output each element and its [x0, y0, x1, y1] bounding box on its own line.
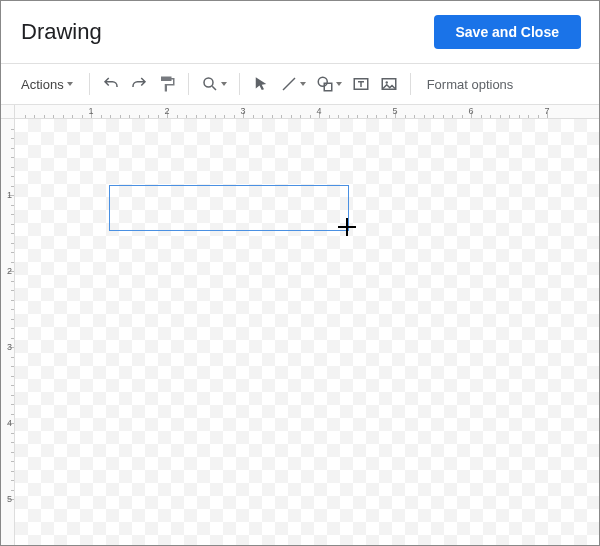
paint-format-button[interactable]: [154, 71, 180, 97]
ruler-label: 7: [544, 106, 549, 116]
zoom-icon: [201, 75, 219, 93]
separator: [239, 73, 240, 95]
redo-icon: [130, 75, 148, 93]
drawing-canvas[interactable]: [15, 119, 599, 545]
dialog-title: Drawing: [21, 19, 102, 45]
actions-label: Actions: [21, 77, 64, 92]
drawing-dialog: Drawing Save and Close Actions: [0, 0, 600, 546]
undo-button[interactable]: [98, 71, 124, 97]
ruler-label: 2: [7, 266, 12, 276]
chevron-down-icon: [300, 82, 306, 86]
chevron-down-icon: [221, 82, 227, 86]
chevron-down-icon: [336, 82, 342, 86]
image-tool-button[interactable]: [376, 71, 402, 97]
separator: [410, 73, 411, 95]
svg-rect-2: [324, 83, 332, 91]
actions-menu-button[interactable]: Actions: [13, 73, 81, 96]
svg-point-1: [318, 77, 327, 86]
line-icon: [280, 75, 298, 93]
image-icon: [380, 75, 398, 93]
ruler-label: 1: [88, 106, 93, 116]
select-tool-button[interactable]: [248, 71, 274, 97]
save-and-close-button[interactable]: Save and Close: [434, 15, 582, 49]
ruler-vertical: 12345: [1, 119, 15, 545]
ruler-label: 3: [240, 106, 245, 116]
dialog-header: Drawing Save and Close: [1, 1, 599, 63]
ruler-label: 3: [7, 342, 12, 352]
undo-icon: [102, 75, 120, 93]
ruler-corner: [1, 105, 15, 119]
textbox-tool-button[interactable]: [348, 71, 374, 97]
toolbar: Actions: [1, 64, 599, 104]
separator: [89, 73, 90, 95]
ruler-label: 4: [7, 418, 12, 428]
chevron-down-icon: [67, 82, 73, 86]
format-options-button[interactable]: Format options: [419, 73, 522, 96]
redo-button[interactable]: [126, 71, 152, 97]
ruler-label: 6: [468, 106, 473, 116]
line-tool-button[interactable]: [276, 71, 310, 97]
workarea: 1234567 12345: [1, 105, 599, 545]
svg-point-0: [204, 78, 213, 87]
ruler-horizontal: 1234567: [15, 105, 599, 119]
separator: [188, 73, 189, 95]
ruler-label: 5: [392, 106, 397, 116]
selection-rectangle[interactable]: [109, 185, 349, 231]
ruler-label: 2: [164, 106, 169, 116]
textbox-icon: [352, 75, 370, 93]
shape-tool-button[interactable]: [312, 71, 346, 97]
select-icon: [252, 75, 270, 93]
paint-format-icon: [158, 75, 176, 93]
zoom-button[interactable]: [197, 71, 231, 97]
ruler-label: 4: [316, 106, 321, 116]
svg-point-5: [385, 81, 387, 83]
ruler-label: 5: [7, 494, 12, 504]
ruler-label: 1: [7, 190, 12, 200]
shape-icon: [316, 75, 334, 93]
